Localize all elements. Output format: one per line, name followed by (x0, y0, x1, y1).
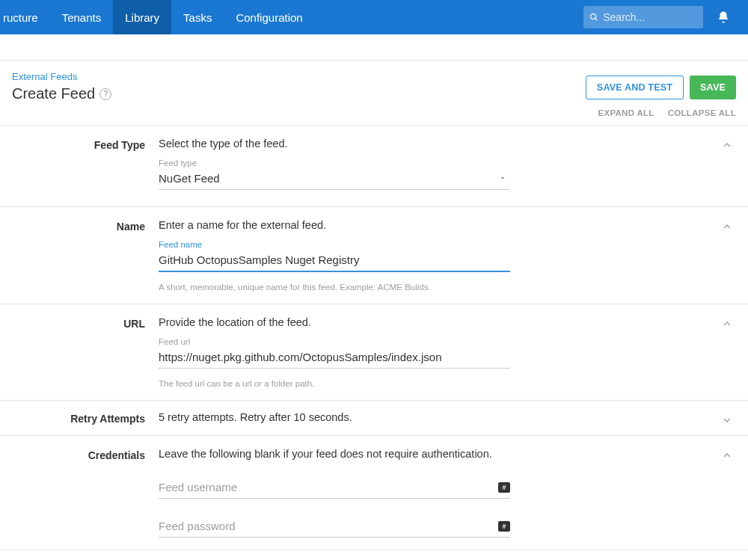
feed-password-input[interactable] (159, 515, 510, 538)
page-header: External Feeds Create Feed ? SAVE AND TE… (0, 61, 748, 105)
save-button[interactable]: SAVE (690, 76, 736, 99)
expand-all-button[interactable]: EXPAND ALL (598, 108, 654, 117)
nav-tab-infrastructure[interactable]: ructure (0, 0, 50, 34)
section-name: Name Enter a name for the external feed.… (0, 206, 748, 304)
nav-tab-tasks[interactable]: Tasks (171, 0, 224, 34)
collapse-toggle-credentials[interactable] (721, 449, 733, 461)
section-retry: Retry Attempts 5 retry attempts. Retry a… (0, 400, 748, 435)
expand-collapse-bar: EXPAND ALL COLLAPSE ALL (0, 105, 748, 125)
nav-tab-configuration[interactable]: Configuration (224, 0, 314, 34)
page-title-text: Create Feed (12, 85, 95, 102)
breadcrumb[interactable]: External Feeds (12, 71, 111, 82)
section-label-url: URL (0, 316, 159, 388)
search-input[interactable] (603, 11, 697, 23)
section-label-name: Name (0, 219, 159, 292)
feed-type-select[interactable] (159, 167, 510, 190)
notifications-icon[interactable] (717, 10, 730, 24)
section-label-feed-type: Feed Type (0, 138, 159, 194)
section-url: URL Provide the location of the feed. Fe… (0, 304, 748, 400)
feed-name-field-label: Feed name (159, 240, 510, 249)
collapse-toggle-feed-type[interactable] (721, 139, 733, 151)
collapse-toggle-retry[interactable] (721, 414, 733, 426)
bind-variable-icon[interactable]: # (498, 521, 510, 532)
section-credentials: Credentials Leave the following blank if… (0, 435, 748, 550)
section-label-retry: Retry Attempts (0, 411, 159, 425)
collapse-toggle-name[interactable] (721, 221, 733, 233)
feed-name-input[interactable] (159, 249, 510, 272)
collapse-all-button[interactable]: COLLAPSE ALL (668, 108, 736, 117)
nav-tab-library[interactable]: Library (113, 0, 171, 34)
collapse-toggle-url[interactable] (721, 318, 733, 330)
section-desc-feed-type: Select the type of the feed. (159, 138, 533, 150)
nav-tabs: ructure Tenants Library Tasks Configurat… (0, 0, 315, 34)
section-extended-api: Extended API (0, 550, 748, 560)
page-title: Create Feed ? (12, 85, 111, 102)
feed-url-input[interactable] (159, 346, 510, 369)
svg-point-0 (591, 13, 596, 19)
bind-variable-icon[interactable]: # (498, 482, 510, 493)
help-icon[interactable]: ? (99, 88, 111, 100)
feed-username-input[interactable] (159, 476, 510, 499)
svg-line-1 (595, 19, 598, 21)
feed-type-field-label: Feed type (159, 159, 510, 167)
section-desc-credentials: Leave the following blank if your feed d… (159, 448, 533, 460)
feed-url-hint: The feed url can be a url or a folder pa… (159, 379, 533, 388)
avatar-edge (738, 0, 742, 34)
section-desc-url: Provide the location of the feed. (159, 316, 533, 328)
save-and-test-button[interactable]: SAVE AND TEST (586, 76, 684, 99)
search-icon (589, 12, 598, 22)
feed-url-field-label: Feed url (159, 337, 510, 346)
section-desc-name: Enter a name for the external feed. (159, 219, 533, 231)
feed-name-hint: A short, memorable, unique name for this… (159, 283, 533, 292)
section-desc-retry: 5 retry attempts. Retry after 10 seconds… (159, 411, 533, 423)
section-label-credentials: Credentials (0, 448, 159, 538)
nav-tab-tenants[interactable]: Tenants (50, 0, 114, 34)
top-nav: ructure Tenants Library Tasks Configurat… (0, 0, 748, 34)
search-box[interactable] (583, 6, 703, 28)
section-feed-type: Feed Type Select the type of the feed. F… (0, 125, 748, 206)
